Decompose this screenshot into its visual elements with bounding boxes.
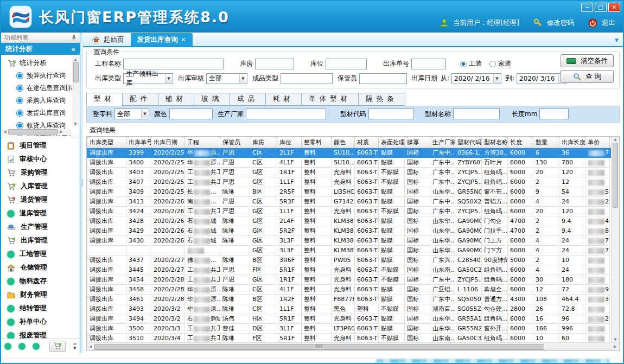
grid-cell[interactable]: 普通方...	[482, 295, 508, 304]
grid-cell[interactable]: 普铝方...	[482, 197, 508, 207]
footer-module-icon[interactable]	[33, 343, 40, 350]
grid-cell[interactable]: 2020/3/4	[151, 334, 185, 343]
grid-cell[interactable]: 国标	[405, 246, 430, 256]
material-tab-玻璃[interactable]: 玻璃	[194, 93, 230, 106]
grid-cell[interactable]: 9.4	[559, 216, 585, 226]
grid-cell[interactable]: 广东中...	[430, 168, 455, 177]
grid-cell[interactable]: KLM3817	[332, 216, 355, 226]
grid-cell[interactable]	[185, 246, 220, 256]
grid-cell[interactable]: 166	[533, 324, 559, 334]
grid-cell[interactable]: 山东华...	[430, 236, 455, 246]
tree-item[interactable]: 在途信息查询[待	[2, 82, 80, 94]
grid-cell[interactable]: 国标	[405, 285, 430, 295]
grid-cell[interactable]: 调拨出库	[87, 236, 126, 246]
grid-cell[interactable]: 4L1F	[277, 285, 302, 295]
grid-cell[interactable]: 不贴膜	[379, 207, 405, 216]
minimize-button[interactable]: ─	[581, 3, 593, 12]
grid-cell[interactable]: 6000	[508, 324, 533, 334]
grid-cell[interactable]: C28540B	[455, 256, 482, 265]
grid-cell[interactable]: 国标	[405, 275, 430, 285]
dropdown-arrow-icon[interactable]: ▼	[141, 110, 148, 118]
grid-cell[interactable]: 60	[559, 334, 585, 343]
grid-cell[interactable]: 不贴膜	[379, 168, 405, 177]
grid-cell[interactable]: 贴膜	[379, 187, 405, 197]
grid-cell[interactable]: 严思	[220, 207, 250, 216]
grid-cell[interactable]: 2020/2/25	[151, 158, 185, 168]
footer-overflow-button[interactable]: »▼	[73, 342, 77, 350]
grid-cell[interactable]: GR55N02	[455, 187, 482, 197]
grid-cell[interactable]: ZYBY607	[455, 158, 482, 168]
grid-cell[interactable]: 整料	[302, 246, 332, 256]
select-出库类型[interactable]: 生产领料出库▼	[123, 73, 173, 84]
grid-cell[interactable]: 整料	[302, 148, 332, 158]
grid-cell[interactable]: 贴膜	[379, 285, 405, 295]
grid-cell[interactable]: 1R1F	[277, 275, 302, 285]
table-row[interactable]: 调拨出库34092020/2/25长...陈琳B区2R5F整料LI35HD606…	[87, 187, 612, 197]
grid-cell[interactable]: 5R3F	[277, 197, 302, 207]
grid-cell[interactable]: 百叶片	[482, 158, 508, 168]
grid-cell[interactable]	[585, 177, 610, 187]
grid-cell[interactable]: 方管38...	[482, 148, 508, 158]
grid-cell[interactable]: 华原...	[185, 304, 220, 314]
column-header[interactable]: 工程	[185, 137, 220, 148]
grid-cell[interactable]: 山东华...	[430, 324, 455, 334]
grid-cell[interactable]: 调拨出库	[87, 295, 126, 304]
grid-cell[interactable]: 2020/2/28	[151, 275, 185, 285]
grid-cell[interactable]: 108	[533, 295, 559, 304]
input-保管员[interactable]	[359, 73, 407, 84]
grid-cell[interactable]: 3400	[126, 158, 151, 168]
close-button[interactable]: ✕	[608, 3, 620, 12]
sidebar-item-审核中心[interactable]: 审核中心	[1, 152, 80, 166]
grid-cell[interactable]: ZYCJP5...	[455, 177, 482, 187]
logout-link[interactable]: 退出	[602, 18, 615, 28]
grid-cell[interactable]: 国标	[405, 158, 430, 168]
grid-cell[interactable]: 130	[533, 158, 559, 168]
grid-cell[interactable]: F8877FT	[332, 295, 355, 304]
select-出库审核[interactable]: 全部▼	[206, 73, 247, 84]
grid-cell[interactable]: 国标	[405, 304, 430, 314]
grid-cell[interactable]: 2020/2/27	[151, 265, 185, 275]
grid-cell[interactable]	[126, 246, 151, 256]
grid-cell[interactable]: 石城	[185, 226, 220, 236]
grid-cell[interactable]: 708	[585, 148, 610, 158]
grid-cell[interactable]: 6063-T5	[355, 334, 379, 343]
stats-section-header[interactable]: 统计分析 «	[1, 43, 80, 55]
grid-cell[interactable]	[585, 256, 610, 265]
grid-cell[interactable]: 南...	[185, 197, 220, 207]
sidebar-item-报废管理[interactable]: 报废管理	[1, 329, 80, 339]
grid-cell[interactable]: 山东华...	[430, 216, 455, 226]
grid-cell[interactable]: 光身料	[332, 177, 355, 187]
grid-cell[interactable]: 组角码...	[482, 265, 508, 275]
column-header[interactable]: 单价	[585, 137, 610, 148]
grid-cell[interactable]: 调拨出库	[87, 324, 126, 334]
grid-cell[interactable]: C区	[250, 285, 277, 295]
footer-module-icon[interactable]	[18, 343, 26, 350]
grid-cell[interactable]: 汤伟	[220, 314, 250, 324]
grid-cell[interactable]: 组角码...	[482, 207, 508, 216]
column-header[interactable]: 库房	[250, 137, 277, 148]
grid-cell[interactable]	[585, 158, 610, 168]
grid-cell[interactable]: 整料	[302, 265, 332, 275]
grid-cell[interactable]: 广东中...	[430, 207, 455, 216]
grid-cell[interactable]: F区	[250, 334, 277, 343]
grid-cell[interactable]: 6000	[508, 168, 533, 177]
grid-cell[interactable]: 严思	[220, 177, 250, 187]
grid-cell[interactable]: 山东华...	[430, 246, 455, 256]
grid-cell[interactable]: 门上方	[482, 236, 508, 246]
grid-cell[interactable]: 工共工程	[185, 334, 220, 343]
grid-cell[interactable]: 调拨出库	[87, 207, 126, 216]
grid-cell[interactable]: GA90M09.	[455, 246, 482, 256]
grid-cell[interactable]: 国标	[405, 197, 430, 207]
table-row[interactable]: 调拨出库35102020/3/4工共工程陈琳F区5R1F整料光身料6063-T5…	[87, 334, 612, 343]
grid-cell[interactable]: 26	[533, 304, 559, 314]
grid-cell[interactable]: 6063-T5	[355, 324, 379, 334]
sidebar-item-工地管理[interactable]: 工地管理	[1, 247, 80, 261]
dropdown-arrow-icon[interactable]: ▼	[165, 74, 172, 83]
grid-cell[interactable]: 整料	[302, 275, 332, 285]
grid-cell[interactable]: 6063-T5	[355, 158, 379, 168]
input-长度mm[interactable]	[539, 108, 569, 119]
grid-cell[interactable]: 工共工程	[185, 168, 220, 177]
grid-cell[interactable]: 96	[559, 314, 585, 324]
select-整零料[interactable]: 全部▼	[114, 108, 149, 119]
grid-cell[interactable]: 2	[533, 216, 559, 226]
